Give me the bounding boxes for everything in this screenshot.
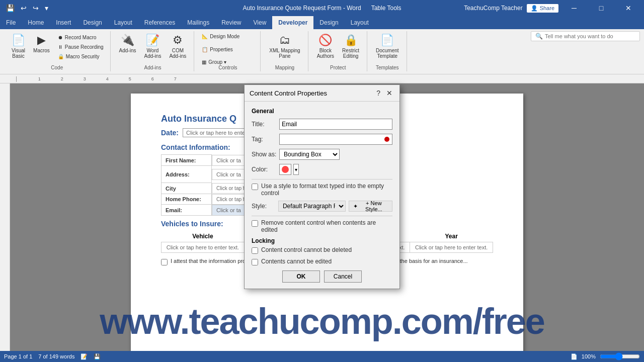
color-dropdown-button[interactable]: ▾ bbox=[293, 164, 299, 175]
document-template-icon: 📄 bbox=[380, 34, 394, 47]
ribbon-group-protect: 🚫 BlockAuthors 🔒 RestrictEditing Protect bbox=[309, 31, 367, 71]
show-as-select[interactable]: Bounding Box bbox=[279, 149, 340, 160]
zoom-slider[interactable] bbox=[600, 352, 640, 360]
title-group: Auto Insurance Quote Request Form - Word… bbox=[243, 5, 401, 12]
color-row: Color: ▾ bbox=[252, 164, 392, 175]
document-template-button[interactable]: 📄 DocumentTemplate bbox=[372, 32, 403, 60]
properties-label: Properties bbox=[210, 47, 233, 52]
minimize-button[interactable]: ─ bbox=[562, 0, 586, 16]
date-label: Date: bbox=[161, 129, 179, 137]
share-button[interactable]: 👤 Share bbox=[527, 4, 558, 13]
restrict-editing-icon: 🔒 bbox=[344, 34, 358, 47]
color-picker-button[interactable] bbox=[279, 164, 291, 175]
remove-control-checkbox[interactable] bbox=[252, 220, 258, 227]
dialog-title: Content Control Properties bbox=[250, 89, 327, 97]
cannot-edit-checkbox[interactable] bbox=[252, 259, 258, 265]
attest-checkbox[interactable] bbox=[161, 259, 168, 265]
tab-developer[interactable]: Developer bbox=[272, 16, 313, 29]
status-bar: Page 1 of 1 7 of 149 words 📝 💾 📄 100% bbox=[0, 351, 644, 362]
remove-control-row: Remove content control when contents are… bbox=[252, 219, 392, 233]
cannot-delete-row: Content control cannot be deleted bbox=[252, 246, 392, 254]
com-addins-icon: ⚙ bbox=[173, 34, 183, 47]
macro-security-button[interactable]: 🔒 Macro Security bbox=[55, 52, 106, 61]
locking-label: Locking bbox=[252, 237, 392, 244]
tab-file[interactable]: File bbox=[0, 16, 22, 29]
undo-button[interactable]: ↩ bbox=[19, 3, 29, 13]
visual-basic-label: VisualBasic bbox=[12, 48, 25, 59]
style-select[interactable]: Default Paragraph Font bbox=[278, 201, 346, 212]
vehicle-col-header: Vehicle bbox=[162, 231, 245, 242]
tab-layout[interactable]: Layout bbox=[108, 16, 138, 29]
ok-button[interactable]: OK bbox=[282, 270, 320, 283]
tag-indicator-dot bbox=[384, 137, 389, 142]
cannot-edit-row: Contents cannot be edited bbox=[252, 258, 392, 265]
color-label: Color: bbox=[252, 166, 279, 173]
year-cell[interactable]: Click or tap here to enter text. bbox=[410, 242, 493, 253]
visual-basic-button[interactable]: 📄 VisualBasic bbox=[8, 32, 29, 60]
block-authors-label: BlockAuthors bbox=[317, 48, 334, 59]
user-name: TeachuComp Teacher bbox=[464, 5, 523, 12]
use-style-checkbox[interactable] bbox=[252, 184, 258, 190]
cannot-delete-checkbox[interactable] bbox=[252, 247, 258, 254]
title-field-label: Title: bbox=[252, 121, 279, 128]
word-addins-button[interactable]: 📝 WordAdd-ins bbox=[140, 32, 165, 60]
cancel-button[interactable]: Cancel bbox=[324, 270, 362, 283]
use-style-label: Use a style to format text typed into th… bbox=[261, 183, 392, 197]
dialog-help-button[interactable]: ? bbox=[374, 88, 382, 98]
more-button[interactable]: ▾ bbox=[43, 3, 50, 13]
tag-input[interactable] bbox=[279, 134, 392, 145]
left-ruler bbox=[0, 83, 10, 351]
dialog-title-icons: ? ✕ bbox=[374, 88, 394, 98]
view-icon: 📄 bbox=[571, 353, 578, 360]
status-left: Page 1 of 1 7 of 149 words 📝 💾 bbox=[4, 353, 101, 360]
restrict-editing-button[interactable]: 🔒 RestrictEditing bbox=[339, 32, 363, 60]
tab-view[interactable]: View bbox=[248, 16, 273, 29]
cannot-edit-label: Contents cannot be edited bbox=[261, 258, 332, 265]
com-addins-button[interactable]: ⚙ COMAdd-ins bbox=[166, 32, 190, 60]
tab-insert[interactable]: Insert bbox=[50, 16, 77, 29]
tab-references[interactable]: References bbox=[138, 16, 181, 29]
tag-row: Tag: bbox=[252, 134, 392, 145]
ruler: │ 1 2 3 4 5 6 7 bbox=[0, 74, 644, 83]
tab-design[interactable]: Design bbox=[77, 16, 108, 29]
tab-review[interactable]: Review bbox=[215, 16, 247, 29]
cannot-delete-label: Content control cannot be deleted bbox=[261, 246, 352, 253]
restrict-editing-label: RestrictEditing bbox=[342, 48, 359, 59]
protect-group-label: Protect bbox=[330, 65, 346, 70]
xml-mapping-button[interactable]: 🗂 XML MappingPane bbox=[266, 32, 303, 60]
tell-me-input[interactable] bbox=[545, 33, 635, 39]
address-label: Address: bbox=[162, 166, 212, 183]
color-dot bbox=[282, 166, 289, 173]
save-button[interactable]: 💾 bbox=[4, 3, 17, 13]
record-macro-icon: ⏺ bbox=[58, 35, 63, 40]
tab-home[interactable]: Home bbox=[22, 16, 50, 29]
vehicle-cell[interactable]: Click or tap here to enter text. bbox=[162, 242, 245, 253]
tab-mailings[interactable]: Mailings bbox=[181, 16, 215, 29]
word-addins-label: WordAdd-ins bbox=[144, 48, 161, 59]
document-template-label: DocumentTemplate bbox=[376, 48, 399, 59]
redo-button[interactable]: ↪ bbox=[31, 3, 41, 13]
table-tools-label: Table Tools bbox=[371, 5, 401, 12]
dialog-close-button[interactable]: ✕ bbox=[384, 88, 394, 98]
close-button[interactable]: ✕ bbox=[617, 0, 640, 16]
addins-button[interactable]: 🔌 Add-ins bbox=[116, 32, 140, 55]
restore-button[interactable]: □ bbox=[590, 0, 613, 16]
page-info: Page 1 of 1 bbox=[4, 353, 32, 359]
record-macro-button[interactable]: ⏺ Record Macro bbox=[55, 33, 106, 42]
templates-group-label: Templates bbox=[376, 65, 399, 70]
pause-recording-button[interactable]: ⏸ Pause Recording bbox=[55, 43, 106, 51]
content-control-properties-dialog[interactable]: Content Control Properties ? ✕ General T… bbox=[244, 84, 400, 289]
new-style-button[interactable]: ✦ + New Style... bbox=[349, 201, 392, 212]
tab-table-layout[interactable]: Layout bbox=[345, 16, 375, 29]
mapping-group-label: Mapping bbox=[275, 65, 294, 70]
properties-button[interactable]: 📋 Properties bbox=[199, 45, 235, 54]
record-macro-label: Record Macro bbox=[65, 35, 97, 40]
tab-table-design[interactable]: Design bbox=[313, 16, 344, 29]
macros-button[interactable]: ▶ Macros bbox=[30, 32, 53, 55]
title-input[interactable] bbox=[279, 119, 392, 130]
design-mode-label: Design Mode bbox=[210, 34, 239, 39]
block-authors-button[interactable]: 🚫 BlockAuthors bbox=[313, 32, 338, 60]
email-label: Email: bbox=[162, 205, 212, 216]
design-mode-button[interactable]: 📐 Design Mode bbox=[199, 32, 242, 41]
dialog-divider-2 bbox=[252, 216, 392, 216]
